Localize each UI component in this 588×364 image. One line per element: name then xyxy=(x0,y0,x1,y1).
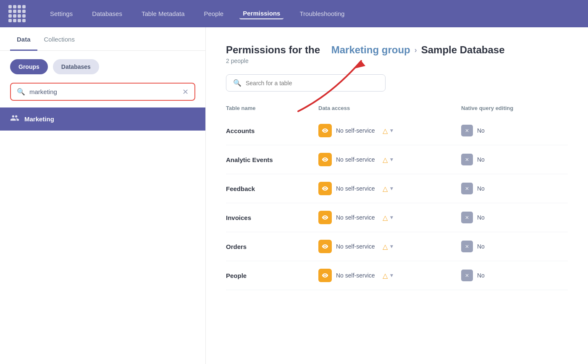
tab-collections[interactable]: Collections xyxy=(37,27,81,51)
x-icon-button[interactable] xyxy=(461,241,473,252)
row-table-name: Invoices xyxy=(226,214,318,221)
table-search-box: 🔍 xyxy=(226,74,386,92)
breadcrumb-chevron: › xyxy=(415,46,417,55)
group-name-label: Marketing xyxy=(24,115,54,123)
data-access-cell: No self-service △ ▼ xyxy=(318,211,461,224)
x-icon-button[interactable] xyxy=(461,183,473,194)
search-clear-icon[interactable]: ✕ xyxy=(182,88,189,96)
groups-button[interactable]: Groups xyxy=(10,59,48,74)
data-access-cell: No self-service △ ▼ xyxy=(318,182,461,195)
warning-chevron[interactable]: △ ▼ xyxy=(383,214,394,222)
row-table-name: Accounts xyxy=(226,127,318,134)
top-nav: Settings Databases Table Metadata People… xyxy=(0,0,588,27)
table-row: Analytic Events No self-service △ ▼ N xyxy=(226,145,568,174)
people-count: 2 people xyxy=(226,58,568,64)
row-table-name: Feedback xyxy=(226,185,318,192)
app-logo[interactable] xyxy=(8,5,26,22)
chevron-down-icon: ▼ xyxy=(389,157,394,162)
native-query-cell: No xyxy=(461,212,568,223)
access-label: No self-service xyxy=(336,185,375,192)
warning-chevron[interactable]: △ ▼ xyxy=(383,272,394,280)
eye-icon-button[interactable] xyxy=(318,269,332,282)
content-area: Permissions for the Marketing group › Sa… xyxy=(206,27,588,364)
warning-icon: △ xyxy=(383,156,388,164)
native-query-cell: No xyxy=(461,154,568,165)
data-access-cell: No self-service △ ▼ xyxy=(318,240,461,253)
search-icon: 🔍 xyxy=(17,88,25,96)
x-icon-button[interactable] xyxy=(461,154,473,165)
table-header: Table name Data access Native query edit… xyxy=(226,105,568,116)
title-prefix: Permissions for the xyxy=(226,44,320,56)
access-label: No self-service xyxy=(336,214,375,221)
chevron-down-icon: ▼ xyxy=(389,272,394,278)
nav-troubleshooting[interactable]: Troubleshooting xyxy=(296,8,348,19)
table-search-input[interactable] xyxy=(246,80,319,86)
group-link[interactable]: Marketing group xyxy=(331,44,410,56)
eye-icon-button[interactable] xyxy=(318,182,332,195)
data-access-cell: No self-service △ ▼ xyxy=(318,269,461,282)
eye-icon-button[interactable] xyxy=(318,211,332,224)
sidebar-tabs: Data Collections xyxy=(0,27,205,51)
warning-chevron[interactable]: △ ▼ xyxy=(383,127,394,135)
access-label: No self-service xyxy=(336,272,375,279)
x-icon-button[interactable] xyxy=(461,270,473,281)
search-input[interactable] xyxy=(29,88,178,95)
main-layout: Data Collections Groups Databases 🔍 ✕ Ma… xyxy=(0,27,588,364)
search-box: 🔍 ✕ xyxy=(10,83,195,101)
native-query-cell: No xyxy=(461,183,568,194)
eye-icon-button[interactable] xyxy=(318,153,332,166)
native-query-cell: No xyxy=(461,125,568,136)
databases-button[interactable]: Databases xyxy=(53,59,99,74)
chevron-down-icon: ▼ xyxy=(389,215,394,220)
access-label: No self-service xyxy=(336,243,375,250)
row-table-name: Orders xyxy=(226,243,318,250)
row-table-name: Analytic Events xyxy=(226,156,318,163)
nav-table-metadata[interactable]: Table Metadata xyxy=(138,8,188,19)
permissions-header: Permissions for the Marketing group › Sa… xyxy=(226,44,568,64)
nav-settings[interactable]: Settings xyxy=(47,8,76,19)
eye-icon-button[interactable] xyxy=(318,124,332,137)
x-icon-button[interactable] xyxy=(461,125,473,136)
table-row: People No self-service △ ▼ No xyxy=(226,261,568,290)
data-access-cell: No self-service △ ▼ xyxy=(318,124,461,137)
native-query-value: No xyxy=(477,156,485,163)
warning-chevron[interactable]: △ ▼ xyxy=(383,185,394,193)
warning-icon: △ xyxy=(383,243,388,251)
permissions-table: Table name Data access Native query edit… xyxy=(226,105,568,290)
row-table-name: People xyxy=(226,272,318,279)
native-query-value: No xyxy=(477,243,485,250)
tab-data[interactable]: Data xyxy=(10,27,37,51)
col-native-query: Native query editing xyxy=(461,105,568,111)
table-search-icon: 🔍 xyxy=(233,79,242,87)
data-access-cell: No self-service △ ▼ xyxy=(318,153,461,166)
access-label: No self-service xyxy=(336,127,375,134)
table-row: Feedback No self-service △ ▼ No xyxy=(226,174,568,203)
sidebar-buttons: Groups Databases xyxy=(0,51,205,83)
native-query-value: No xyxy=(477,127,485,134)
access-label: No self-service xyxy=(336,156,375,163)
native-query-value: No xyxy=(477,185,485,192)
marketing-group-item[interactable]: Marketing xyxy=(0,107,205,131)
warning-chevron[interactable]: △ ▼ xyxy=(383,243,394,251)
nav-databases[interactable]: Databases xyxy=(89,8,126,19)
search-container: 🔍 ✕ xyxy=(0,83,205,107)
chevron-down-icon: ▼ xyxy=(389,244,394,249)
db-name: Sample Database xyxy=(421,44,505,56)
col-table-name: Table name xyxy=(226,105,318,111)
nav-permissions[interactable]: Permissions xyxy=(239,8,284,19)
native-query-value: No xyxy=(477,214,485,221)
col-data-access: Data access xyxy=(318,105,461,111)
warning-icon: △ xyxy=(383,272,388,280)
native-query-cell: No xyxy=(461,270,568,281)
eye-icon-button[interactable] xyxy=(318,240,332,253)
warning-icon: △ xyxy=(383,185,388,193)
group-people-icon xyxy=(10,113,19,125)
nav-people[interactable]: People xyxy=(201,8,227,19)
chevron-down-icon: ▼ xyxy=(389,128,394,134)
x-icon-button[interactable] xyxy=(461,212,473,223)
warning-icon: △ xyxy=(383,127,388,135)
warning-icon: △ xyxy=(383,214,388,222)
table-row: Accounts No self-service △ ▼ No xyxy=(226,116,568,145)
warning-chevron[interactable]: △ ▼ xyxy=(383,156,394,164)
native-query-cell: No xyxy=(461,241,568,252)
